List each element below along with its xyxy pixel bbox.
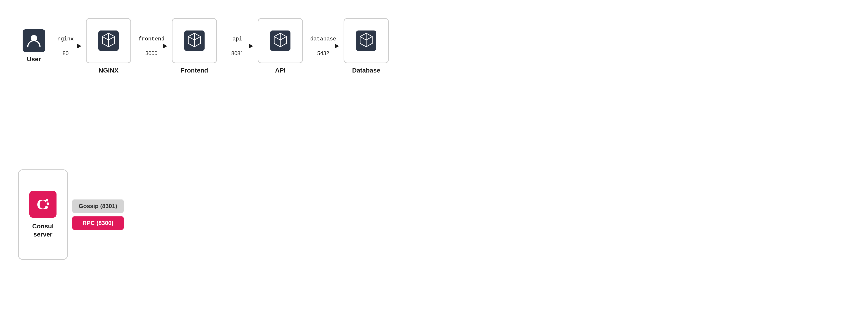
arrow-user-nginx: nginx 80 xyxy=(45,36,86,57)
nginx-box xyxy=(86,18,131,63)
arrow-shaft-3 xyxy=(221,46,249,46)
arrow-label-database: database xyxy=(310,36,336,42)
diagram-container: User nginx 80 xyxy=(0,0,868,328)
arrow-line-3 xyxy=(221,44,253,48)
arrow-shaft-2 xyxy=(135,46,163,46)
arrow-line-2 xyxy=(135,44,167,48)
frontend-label: Frontend xyxy=(181,67,208,74)
api-box xyxy=(258,18,303,63)
arrow-head-3 xyxy=(249,44,253,48)
frontend-node: Frontend xyxy=(172,18,217,74)
arrow-port-frontend: 3000 xyxy=(145,50,157,57)
arrow-head-4 xyxy=(335,44,339,48)
arrow-port-api: 8081 xyxy=(231,50,243,57)
arrow-frontend-api: api 8081 xyxy=(217,36,258,57)
arrow-api-database: database 5432 xyxy=(303,36,344,57)
database-label: Database xyxy=(352,67,380,74)
api-label: API xyxy=(275,67,286,74)
database-node: Database xyxy=(344,18,389,74)
svg-point-26 xyxy=(46,199,49,201)
user-label: User xyxy=(27,56,41,63)
arrow-head-1 xyxy=(77,44,81,48)
frontend-box xyxy=(172,18,217,63)
frontend-cube-icon xyxy=(183,29,206,52)
arrow-label-api: api xyxy=(232,36,242,42)
user-icon-box xyxy=(23,29,45,52)
arrow-nginx-frontend: frontend 3000 xyxy=(131,36,172,57)
arrow-shaft-4 xyxy=(307,46,335,46)
arrow-label-frontend: frontend xyxy=(138,36,164,42)
arrow-shaft-1 xyxy=(50,46,77,46)
consul-icon: C xyxy=(29,191,57,218)
svg-point-27 xyxy=(46,202,49,205)
consul-server-box: C Consul server xyxy=(18,169,68,260)
user-node: User xyxy=(23,29,45,63)
consul-server-section: C Consul server Gossip (8301) RPC (8300) xyxy=(18,169,124,260)
arrow-port-nginx: 80 xyxy=(63,50,69,57)
arrow-port-database: 5432 xyxy=(317,50,329,57)
arrow-head-2 xyxy=(163,44,167,48)
svg-text:C: C xyxy=(37,196,47,212)
arrow-line-4 xyxy=(307,44,339,48)
database-cube-icon xyxy=(355,29,377,52)
arrow-label-nginx: nginx xyxy=(57,36,74,42)
service-chain: User nginx 80 xyxy=(23,18,389,74)
api-node: API xyxy=(258,18,303,74)
nginx-node: NGINX xyxy=(86,18,131,74)
nginx-label: NGINX xyxy=(98,67,119,74)
database-box xyxy=(344,18,389,63)
consul-server-label: Consul server xyxy=(32,222,54,239)
api-cube-icon xyxy=(269,29,291,52)
rpc-port-badge: RPC (8300) xyxy=(72,217,124,230)
gossip-port-badge: Gossip (8301) xyxy=(72,199,124,213)
nginx-cube-icon xyxy=(97,29,120,52)
svg-point-28 xyxy=(45,206,48,209)
arrow-line-1 xyxy=(50,44,81,48)
consul-ports: Gossip (8301) RPC (8300) xyxy=(72,199,124,230)
